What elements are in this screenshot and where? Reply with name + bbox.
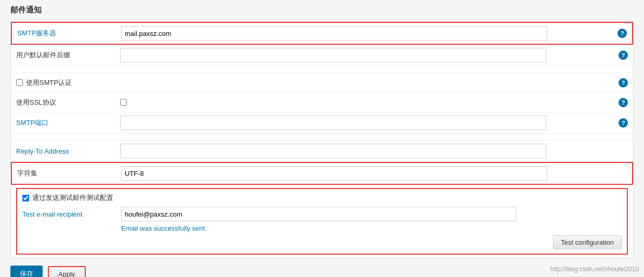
smtp-auth-text: 使用SMTP认证 [26,78,72,87]
test-recipient-row: Test e-mail recipient [22,207,622,221]
smtp-port-input-area [120,116,614,130]
bottom-bar: 保存 Apply [10,266,634,277]
smtp-server-row: SMTP服务器 ? [11,22,633,45]
spacer-row-1 [11,66,633,73]
reply-to-input[interactable] [120,144,546,158]
charset-input-area [121,166,627,181]
smtp-auth-label-area: 使用SMTP认证 [16,78,120,87]
default-suffix-label: 用户默认邮件后缀 [16,51,120,60]
test-recipient-input[interactable] [121,207,516,221]
smtp-port-label: SMTP端口 [16,118,120,128]
save-button[interactable]: 保存 [10,266,43,277]
test-config-button[interactable]: Test configuration [553,235,622,249]
smtp-auth-checkbox-label[interactable]: 使用SMTP认证 [16,78,115,87]
smtp-port-help-icon[interactable]: ? [619,118,628,128]
watermark: http://blog.csdn.net/xhoufei2010 [550,266,639,273]
ssl-input-area [120,99,614,106]
smtp-server-input-area [121,26,613,41]
default-suffix-input-area [120,48,614,62]
reply-to-row: Reply-To Address [11,141,633,162]
test-section: 通过发送测试邮件测试配置 Test e-mail recipient Email… [16,188,628,255]
smtp-auth-row: 使用SMTP认证 ? [11,73,633,93]
default-suffix-help-icon[interactable]: ? [619,51,628,60]
ssl-label: 使用SSL协议 [16,98,120,107]
default-suffix-input[interactable] [120,48,546,62]
smtp-server-input[interactable] [121,26,547,41]
charset-row: 字符集 [11,162,633,185]
reply-to-label: Reply-To Address [16,147,120,155]
test-recipient-label: Test e-mail recipient [22,210,121,218]
smtp-server-label: SMTP服务器 [17,29,121,38]
smtp-auth-help-icon[interactable]: ? [619,78,628,87]
section-title: 邮件通知 [10,5,634,17]
smtp-auth-checkbox[interactable] [16,79,23,86]
ssl-row: 使用SSL协议 ? [11,93,633,112]
test-btn-row: Test configuration [22,235,622,249]
smtp-port-row: SMTP端口 ? [11,112,633,134]
test-success-msg: Email was successfully sent [121,224,622,232]
charset-label: 字符集 [17,169,121,178]
test-section-checkbox[interactable] [22,195,29,202]
reply-to-input-area [120,144,628,158]
form-container: SMTP服务器 ? 用户默认邮件后缀 ? 使用SMTP认证 ? 使用SSL协议 … [10,21,634,258]
default-suffix-row: 用户默认邮件后缀 ? [11,45,633,66]
smtp-port-input[interactable] [120,116,546,130]
ssl-checkbox[interactable] [120,99,127,106]
spacer-row-2 [11,134,633,141]
apply-button[interactable]: Apply [48,266,86,278]
charset-input[interactable] [121,166,547,181]
test-section-header: 通过发送测试邮件测试配置 [22,193,622,203]
smtp-server-help-icon[interactable]: ? [617,29,627,38]
ssl-help-icon[interactable]: ? [619,98,628,107]
test-section-title: 通过发送测试邮件测试配置 [32,193,113,203]
